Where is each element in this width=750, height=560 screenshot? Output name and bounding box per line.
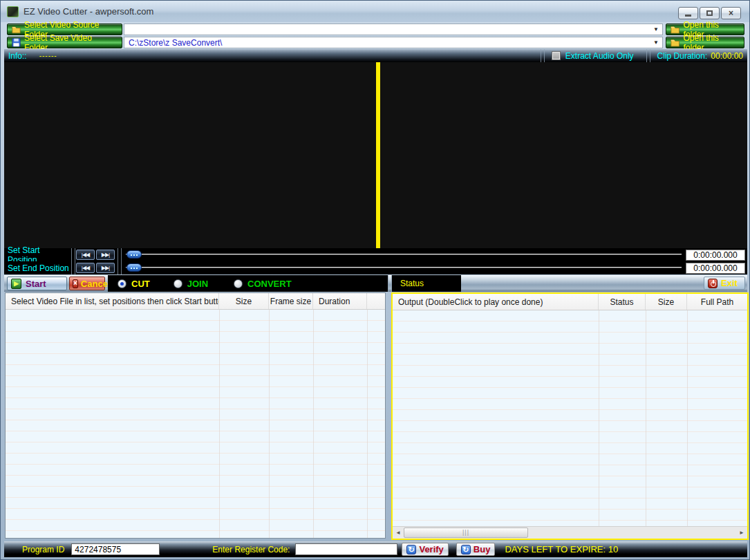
buy-button[interactable]: ↻ Buy — [456, 543, 496, 556]
refresh-icon: ↻ — [406, 545, 416, 554]
verify-button-label: Verify — [419, 544, 443, 554]
exit-button[interactable]: Exit — [704, 277, 745, 290]
start-button[interactable]: ▶ Start — [7, 277, 67, 290]
register-code-label: Enter Register Code: — [212, 545, 290, 554]
divider — [118, 248, 122, 261]
footer-bar: Program ID Enter Register Code: ↻ Verify… — [4, 541, 747, 557]
app-window: EZ Video Cutter - awpersoft.com × Select… — [0, 0, 750, 560]
mode-radio-cut[interactable] — [118, 279, 126, 288]
column-header-fullpath[interactable]: Full Path — [687, 294, 747, 310]
program-id-label: Program ID — [22, 545, 64, 554]
end-time-value: 0:00:00.000 — [686, 263, 745, 274]
select-save-folder-button[interactable]: Select Save Video Folder — [7, 37, 122, 48]
divider — [541, 49, 545, 62]
divider — [118, 261, 122, 274]
start-button-label: Start — [26, 279, 46, 289]
start-skip-back-button[interactable]: |◀◀ — [76, 250, 95, 260]
end-position-slider[interactable] — [126, 261, 682, 274]
slider-thumb[interactable] — [126, 250, 142, 259]
end-skip-forward-button[interactable]: ▶▶| — [96, 263, 115, 273]
divider — [388, 275, 392, 292]
slider-thumb[interactable] — [126, 263, 142, 272]
chevron-down-icon[interactable]: ▼ — [650, 39, 662, 46]
column-header-size[interactable]: Size — [219, 293, 269, 309]
status-panel: Status — [392, 275, 461, 292]
scroll-thumb[interactable]: ||| — [404, 528, 528, 538]
start-position-slider[interactable] — [126, 248, 682, 261]
exit-button-label: Exit — [721, 278, 738, 288]
clip-duration-label: Clip Duration: — [657, 51, 708, 61]
minimize-button[interactable] — [678, 7, 698, 19]
open-save-folder-button[interactable]: Open this folder — [666, 37, 744, 48]
window-title: EZ Video Cutter - awpersoft.com — [24, 6, 153, 17]
status-label: Status — [400, 279, 424, 288]
info-value: ------ — [39, 52, 57, 59]
column-header-status[interactable]: Status — [599, 294, 646, 310]
chevron-down-icon[interactable]: ▼ — [650, 26, 662, 32]
input-file-table: Select Video File in list, set positions… — [5, 292, 386, 539]
close-button[interactable]: × — [721, 7, 741, 19]
column-header-file[interactable]: Select Video File in list, set positions… — [6, 293, 219, 309]
power-icon — [708, 279, 718, 288]
output-table-body[interactable] — [393, 310, 747, 526]
cart-icon: ↻ — [461, 545, 471, 554]
slider-track — [126, 254, 682, 255]
video-preview-left[interactable] — [4, 62, 376, 248]
end-skip-back-button[interactable]: |◀◀ — [76, 263, 95, 273]
divider — [646, 49, 650, 62]
scroll-right-button[interactable]: ► — [736, 527, 747, 539]
cancel-x-icon: × — [73, 279, 78, 288]
cancel-button[interactable]: × Cancel — [69, 277, 105, 290]
mode-radio-convert[interactable] — [234, 279, 243, 288]
app-icon — [7, 6, 19, 17]
maximize-icon — [706, 10, 713, 16]
close-icon: × — [729, 9, 733, 17]
verify-button[interactable]: ↻ Verify — [402, 543, 448, 556]
save-path-combo[interactable]: C:\zStore\z SaveConvert\ ▼ — [124, 37, 663, 48]
clip-duration-value: 00:00:00 — [711, 51, 743, 61]
video-preview-right[interactable] — [380, 62, 747, 248]
output-horizontal-scrollbar[interactable]: ◄ ||| ► — [393, 526, 747, 539]
folder-icon — [671, 26, 679, 34]
scroll-left-button[interactable]: ◄ — [393, 527, 404, 539]
folder-icon — [671, 39, 679, 47]
register-code-input[interactable] — [295, 543, 397, 555]
output-panel: Output (DoubleClick to play once done) S… — [391, 292, 749, 540]
source-path-combo[interactable]: ▼ — [124, 24, 663, 35]
buy-button-label: Buy — [474, 544, 491, 554]
slider-track — [126, 267, 682, 268]
video-preview-area — [4, 62, 747, 248]
mode-label-convert: CONVERT — [247, 279, 292, 289]
save-icon — [12, 38, 21, 47]
action-bar: ▶ Start × Cancel CUT JOIN CONVERT Status… — [4, 275, 747, 292]
play-icon: ▶ — [11, 279, 21, 289]
minimize-icon — [685, 15, 691, 17]
divider — [71, 248, 75, 261]
start-skip-forward-button[interactable]: ▶▶| — [96, 250, 115, 260]
input-table-body[interactable] — [6, 310, 385, 538]
extract-audio-checkbox[interactable] — [552, 51, 561, 60]
column-header-output[interactable]: Output (DoubleClick to play once done) — [393, 294, 599, 310]
maximize-button[interactable] — [700, 7, 720, 19]
folder-icon — [12, 26, 21, 34]
column-header-size[interactable]: Size — [646, 294, 687, 310]
program-id-input[interactable] — [71, 543, 160, 555]
column-header-duration[interactable]: Duration — [313, 293, 367, 309]
divider — [71, 261, 75, 274]
input-table-header: Select Video File in list, set positions… — [6, 293, 385, 310]
set-start-row: Set Start Position |◀◀ ▶▶| 0:00:00.000 — [4, 248, 747, 261]
extract-audio-label: Extract Audio Only — [565, 51, 634, 61]
start-time-value: 0:00:00.000 — [686, 250, 745, 261]
mode-panel: CUT JOIN CONVERT — [108, 275, 388, 292]
set-end-label: Set End Position — [8, 263, 71, 273]
info-label: Info:: — [8, 51, 27, 61]
save-path-value: C:\zStore\z SaveConvert\ — [124, 38, 650, 48]
cancel-button-label: Cancel — [81, 279, 111, 289]
column-header-framesize[interactable]: Frame size — [269, 293, 313, 309]
days-left-text: DAYS LEFT TO EXPIRE: 10 — [505, 544, 618, 554]
mode-label-cut: CUT — [131, 279, 150, 289]
scroll-track[interactable]: ||| — [404, 527, 736, 539]
output-table-header: Output (DoubleClick to play once done) S… — [393, 294, 747, 310]
column-header-blank — [367, 293, 385, 309]
mode-radio-join[interactable] — [174, 279, 182, 288]
